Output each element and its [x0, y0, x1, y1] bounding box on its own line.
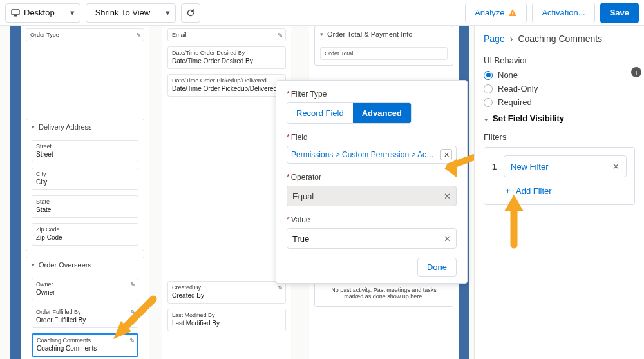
pencil-icon: ✎ [129, 337, 135, 344]
field-value: Zip Code [36, 233, 134, 242]
seg-advanced[interactable]: Advanced [353, 103, 411, 123]
radio-readonly[interactable]: Read-Only [484, 84, 635, 93]
done-button[interactable]: Done [417, 258, 457, 277]
activation-button[interactable]: Activation... [532, 3, 594, 23]
card-order-total: ▾ Order Total & Payment Info Order Total [314, 26, 453, 66]
canvas-area: Order Type ✎ ▾ Delivery Address Street S… [0, 26, 474, 359]
card-header[interactable]: ▾ Order Overseers [26, 257, 144, 273]
chevron-down-icon: ⌄ [484, 115, 489, 122]
radio-label: Required [498, 97, 532, 107]
field-value: Date/Time Order Desired By [172, 56, 281, 66]
field-zip[interactable]: Zip Code Zip Code [32, 223, 138, 246]
device-select-label: Desktop [24, 8, 55, 17]
new-filter-pill[interactable]: New Filter ✕ [504, 155, 627, 177]
set-field-visibility-toggle[interactable]: ⌄ Set Field Visibility [484, 113, 635, 123]
analyze-label: Analyze [475, 8, 504, 17]
field-owner[interactable]: Owner Owner ✎ [32, 278, 138, 300]
field-value: Created By [172, 291, 281, 300]
seg-record-field[interactable]: Record Field [287, 103, 353, 123]
field-last-modified-by[interactable]: Last Modified By Last Modified By [167, 309, 286, 331]
field-created-by[interactable]: Created By Created By ✎ [167, 281, 286, 304]
clear-operator-button[interactable]: ✕ [444, 191, 451, 201]
field-value: City [36, 177, 134, 187]
card-title: Order Total & Payment Info [327, 30, 412, 38]
field-email[interactable]: Email ✎ [167, 28, 286, 41]
warning-icon [508, 8, 517, 17]
field-label: Date/Time Order Desired By [172, 50, 281, 56]
value-input[interactable]: True ✕ [287, 228, 457, 249]
field-label: Last Modified By [172, 312, 281, 318]
filter-type-segment: Record Field Advanced [287, 102, 412, 124]
field-order-type[interactable]: Order Type ✎ [26, 28, 144, 41]
field-coaching-comments[interactable]: Coaching Comments Coaching Comments ✎ [32, 333, 138, 357]
clear-field-button[interactable]: ✕ [440, 149, 452, 160]
field-value: State [36, 205, 134, 215]
field-label: Street [36, 143, 134, 150]
clear-value-button[interactable]: ✕ [444, 234, 451, 244]
field-pill: Permissions > Custom Permission > Access… [291, 150, 438, 159]
radio-none[interactable]: None [484, 70, 635, 80]
field-label: Order Fulfilled By [36, 309, 134, 315]
radio-icon [484, 71, 493, 80]
operator-label: Operator [287, 173, 457, 182]
canvas-column-left: Order Type ✎ ▾ Delivery Address Street S… [21, 26, 149, 359]
filter-popover: Filter Type Record Field Advanced Field … [276, 80, 468, 284]
filter-row: 1 New Filter ✕ [492, 155, 627, 177]
card-title: Order Overseers [39, 261, 91, 269]
save-button[interactable]: Save [600, 3, 639, 23]
top-toolbar: Desktop ▾ Shrink To View ▾ Analyze Activ… [0, 0, 644, 26]
field-order-total[interactable]: Order Total [320, 47, 448, 60]
add-filter-button[interactable]: ＋ Add Filter [504, 185, 627, 197]
pencil-icon: ✎ [130, 281, 135, 288]
activity-text-2: No past activity. Past meetings and task… [321, 287, 446, 300]
pencil-icon: ✎ [278, 32, 283, 39]
field-label: Coaching Comments [37, 337, 133, 344]
breadcrumb-current: Coaching Comments [518, 34, 602, 44]
radio-label: Read-Only [498, 84, 538, 93]
desktop-icon [11, 9, 20, 17]
analyze-button[interactable]: Analyze [465, 3, 527, 23]
chevron-down-icon: ▾ [32, 124, 35, 130]
field-value: Coaching Comments [37, 344, 133, 353]
info-icon[interactable]: i [631, 67, 641, 77]
breadcrumb-sep: › [510, 34, 513, 44]
field-city[interactable]: City City [32, 168, 138, 190]
plus-icon: ＋ [504, 185, 512, 197]
field-dt-picked-up[interactable]: Date/Time Order Pickedup/Delivered Date/… [167, 74, 286, 97]
refresh-icon [186, 8, 195, 17]
radio-icon [484, 98, 493, 107]
field-street[interactable]: Street Street [32, 140, 138, 162]
right-panel: Page › Coaching Comments i UI Behavior N… [474, 26, 644, 359]
field-dt-desired[interactable]: Date/Time Order Desired By Date/Time Ord… [167, 46, 286, 69]
field-label: Email [172, 32, 281, 38]
field-label: State [36, 199, 134, 205]
field-label: City [36, 171, 134, 177]
value-label: Value [287, 215, 457, 224]
operator-select[interactable]: Equal ✕ [287, 186, 457, 206]
card-header[interactable]: ▾ Order Total & Payment Info [315, 26, 453, 42]
filter-type-label: Filter Type [287, 90, 457, 99]
view-select[interactable]: Shrink To View ▾ [86, 3, 176, 23]
pencil-icon: ✎ [136, 32, 141, 39]
filters-heading: Filters [484, 132, 635, 142]
field-picker-label: Field [287, 133, 457, 142]
field-order-fulfilled-by[interactable]: Order Fulfilled By Order Fulfilled By ✎ [32, 306, 138, 328]
svg-rect-1 [14, 15, 17, 17]
field-state[interactable]: State State [32, 195, 138, 218]
field-value: Owner [36, 287, 134, 297]
field-label: Owner [36, 281, 134, 287]
refresh-button[interactable] [181, 3, 200, 23]
card-order-overseers: ▾ Order Overseers Owner Owner ✎ Order Fu… [26, 257, 144, 359]
chevron-down-icon: ▾ [320, 31, 323, 37]
pencil-icon: ✎ [130, 309, 135, 316]
svg-rect-3 [513, 14, 513, 15]
device-select[interactable]: Desktop ▾ [5, 3, 80, 23]
field-label: Order Type [30, 32, 140, 38]
field-picker[interactable]: Permissions > Custom Permission > Access… [287, 146, 457, 164]
ui-behavior-title: UI Behavior [484, 55, 635, 65]
field-label: Zip Code [36, 226, 134, 233]
remove-filter-button[interactable]: ✕ [612, 162, 620, 171]
radio-required[interactable]: Required [484, 97, 635, 107]
breadcrumb-root[interactable]: Page [484, 34, 505, 44]
card-header[interactable]: ▾ Delivery Address [26, 119, 144, 135]
